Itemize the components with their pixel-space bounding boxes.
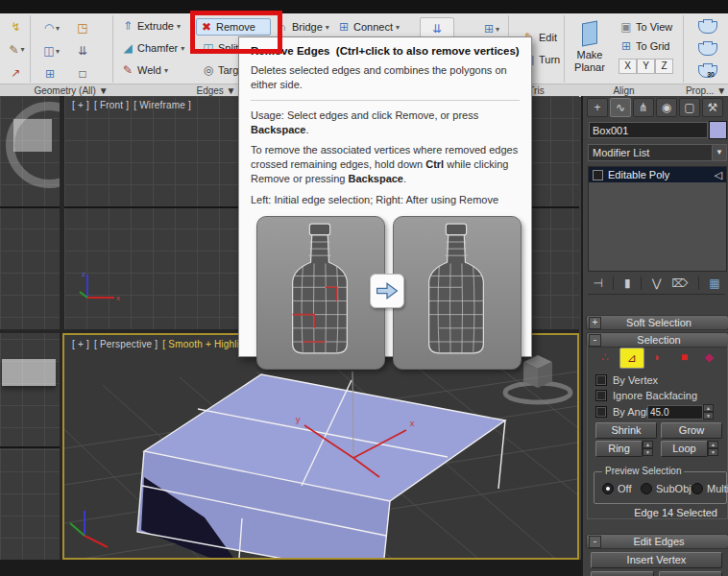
viewport-name-menu[interactable]: [ Perspective ] bbox=[94, 339, 158, 349]
viewport-shading-menu[interactable]: [ Wireframe ] bbox=[133, 100, 191, 110]
by-angle-value-field[interactable] bbox=[647, 405, 703, 420]
radio-on-icon[interactable] bbox=[602, 483, 614, 494]
grow-button[interactable]: Grow bbox=[661, 422, 722, 439]
by-angle-checkbox[interactable] bbox=[595, 406, 607, 418]
loop-button[interactable]: Loop bbox=[661, 441, 708, 457]
quadrify-button[interactable]: □ bbox=[71, 63, 94, 84]
boolean-button[interactable]: ◫ ▾ bbox=[35, 40, 67, 61]
align-x-button[interactable]: X bbox=[619, 59, 637, 74]
insert-vertex-button[interactable]: Insert Vertex bbox=[591, 552, 722, 568]
make-planar-icon bbox=[582, 21, 597, 47]
spinner-down-icon[interactable]: ▼ bbox=[708, 448, 718, 456]
left-viewport-strip[interactable] bbox=[0, 96, 60, 560]
make-unique-icon[interactable]: ⋁ bbox=[652, 276, 662, 290]
motion-icon: ◉ bbox=[662, 101, 671, 114]
ring-spinner[interactable]: ▲ ▼ bbox=[643, 441, 653, 455]
stack-bulb-icon[interactable] bbox=[593, 170, 603, 180]
align-y-button[interactable]: Y bbox=[637, 59, 655, 74]
remove-modifier-icon[interactable]: ⌦ bbox=[671, 276, 688, 290]
vertex-icon: ∴ bbox=[601, 350, 609, 364]
rollout-soft-selection[interactable]: + Soft Selection bbox=[586, 315, 728, 330]
align-z-button[interactable]: Z bbox=[655, 59, 673, 74]
smoothing-cup-30-icon: 30 bbox=[698, 65, 717, 78]
to-grid-label: To Grid bbox=[636, 40, 669, 52]
element-subobject-button[interactable]: ◆ bbox=[697, 348, 720, 367]
clipped-button[interactable] bbox=[659, 571, 722, 576]
ring-button[interactable]: Ring bbox=[595, 441, 643, 457]
configure-modifier-sets-icon[interactable]: ▦ bbox=[709, 276, 719, 290]
object-color-swatch[interactable] bbox=[709, 121, 727, 139]
cap-poly-button[interactable]: ◠ ▾ bbox=[35, 17, 67, 38]
weld-button[interactable]: ✎ Weld ▾ bbox=[117, 61, 172, 79]
vertex-subobject-button[interactable]: ∴ bbox=[594, 348, 617, 367]
tab-create[interactable]: + bbox=[587, 98, 608, 117]
pivot-button[interactable]: ↗ bbox=[3, 61, 29, 84]
tab-hierarchy[interactable]: ⋔ bbox=[633, 98, 654, 117]
preview-multi-option[interactable]: Multi bbox=[692, 483, 728, 494]
smooth-group-button[interactable] bbox=[691, 16, 725, 37]
chamfer-button[interactable]: ◢ Chamfer ▾ bbox=[117, 39, 188, 57]
spinner-up-icon[interactable]: ▲ bbox=[708, 441, 718, 448]
ignore-backfacing-checkbox[interactable] bbox=[595, 390, 607, 401]
pivot-arrow-icon: ↗ bbox=[10, 67, 23, 79]
pin-stack-icon[interactable]: ⊣ bbox=[593, 276, 602, 290]
radio-icon[interactable] bbox=[692, 483, 703, 494]
to-grid-button[interactable]: ⊞ To Grid bbox=[616, 37, 673, 55]
by-angle-spinner[interactable]: ▲ ▼ bbox=[703, 404, 714, 419]
object-name-field[interactable] bbox=[589, 122, 708, 138]
tab-utilities[interactable]: ⚒ bbox=[702, 98, 723, 117]
stack-pin-icon[interactable]: ◁ bbox=[715, 169, 722, 181]
tab-modify[interactable]: ∿ bbox=[610, 98, 631, 117]
by-vertex-checkbox[interactable] bbox=[595, 374, 607, 386]
make-planar-button[interactable]: Make Planar bbox=[567, 17, 613, 83]
preview-off-option[interactable]: Off bbox=[602, 483, 631, 494]
properties-group-label[interactable]: Prop... ▼ bbox=[684, 85, 728, 96]
rollout-title: Edit Edges bbox=[601, 536, 716, 547]
to-view-button[interactable]: ▣ To View bbox=[616, 18, 676, 36]
tab-display[interactable]: ▢ bbox=[679, 98, 700, 117]
by-vertex-row: By Vertex bbox=[595, 374, 658, 386]
attach-button[interactable]: ◳ bbox=[71, 17, 94, 38]
tab-motion[interactable]: ◉ bbox=[656, 98, 677, 117]
edge-subobject-button[interactable]: ⊿ bbox=[619, 348, 644, 369]
target-weld-button[interactable]: ◎ Targ bbox=[198, 61, 242, 79]
modifier-list-dropdown[interactable]: Modifier List ▼ bbox=[588, 144, 727, 161]
stack-item-editable-poly[interactable]: Editable Poly ◁ bbox=[589, 167, 726, 182]
polygon-subobject-button[interactable]: ■ bbox=[672, 348, 695, 367]
viewport-name-menu[interactable]: [ Front ] bbox=[94, 100, 129, 110]
preview-subobj-option[interactable]: SubObj bbox=[641, 483, 692, 494]
target-weld-label: Targ bbox=[218, 64, 238, 76]
geometry-group-label[interactable]: Geometry (All) ▼ bbox=[29, 85, 113, 96]
shrink-button[interactable]: Shrink bbox=[595, 422, 657, 439]
cut-button[interactable]: ⊞ bbox=[38, 63, 61, 84]
show-end-result-icon[interactable]: ▮ bbox=[624, 276, 631, 290]
connect-button[interactable]: ⊞ Connect ▾ bbox=[333, 18, 403, 36]
clipped-button[interactable] bbox=[591, 571, 654, 576]
collapse-icon[interactable]: - bbox=[589, 536, 601, 548]
target-weld-icon: ◎ bbox=[202, 64, 215, 76]
expand-icon[interactable]: + bbox=[589, 317, 601, 329]
polygon-icon: ■ bbox=[680, 350, 687, 364]
weld-label: Weld bbox=[137, 64, 161, 76]
smooth-30-button[interactable]: 30 bbox=[691, 60, 725, 82]
border-icon: ◗ bbox=[653, 350, 660, 364]
faded-box-object[interactable] bbox=[2, 359, 56, 386]
viewport-menu-plus[interactable]: [ + ] bbox=[72, 339, 89, 349]
border-subobject-button[interactable]: ◗ bbox=[645, 348, 668, 367]
extrude-button[interactable]: ⇑ Extrude ▾ bbox=[117, 17, 184, 35]
spinner-up-icon[interactable]: ▲ bbox=[643, 441, 653, 448]
unsmooth-group-button[interactable] bbox=[691, 38, 725, 60]
spinner-down-icon[interactable]: ▼ bbox=[703, 412, 714, 420]
viewport-menu-plus[interactable]: [ + ] bbox=[72, 100, 89, 110]
radio-icon[interactable] bbox=[641, 483, 652, 494]
spinner-up-icon[interactable]: ▲ bbox=[703, 404, 714, 412]
rollout-edit-edges[interactable]: - Edit Edges bbox=[586, 534, 728, 549]
paint-deform-button[interactable]: ✎ ▾ bbox=[3, 38, 29, 60]
loop-spinner[interactable]: ▲ ▼ bbox=[708, 441, 718, 455]
collapse-button[interactable]: ⇊ bbox=[71, 40, 94, 61]
selection-status-text: Edge 14 Selected bbox=[634, 507, 717, 518]
viewcube-face-icon[interactable] bbox=[13, 119, 52, 152]
spinner-down-icon[interactable]: ▼ bbox=[643, 448, 653, 456]
modifier-quick-button[interactable]: ↯ bbox=[3, 15, 29, 37]
modifier-stack: Editable Poly ◁ bbox=[588, 166, 727, 272]
